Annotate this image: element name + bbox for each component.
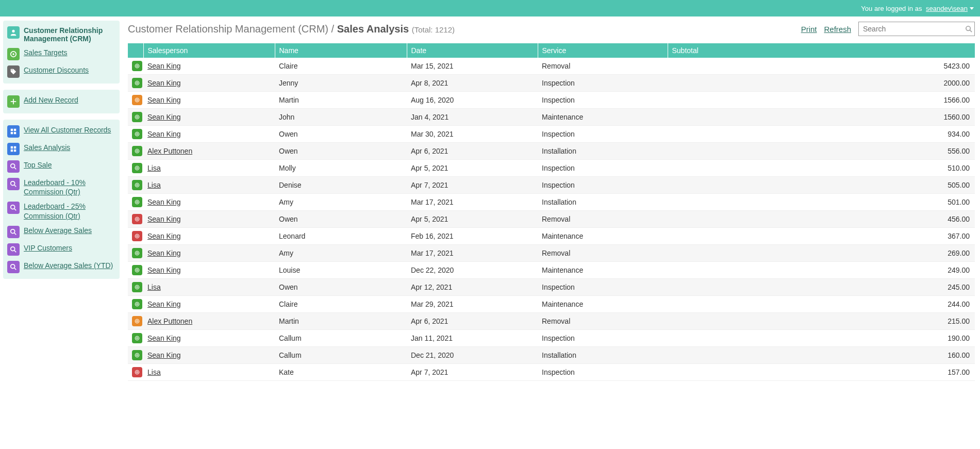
table-row[interactable]: Sean KingLeonardFeb 16, 2021Maintenance3…: [128, 228, 975, 245]
salesperson-link[interactable]: Sean King: [147, 62, 181, 70]
sidebar-item[interactable]: Add New Record: [5, 93, 118, 110]
salesperson-link[interactable]: Sean King: [147, 79, 181, 87]
chevron-down-icon[interactable]: [970, 7, 974, 10]
sidebar-item-label: Sales Targets: [24, 48, 68, 57]
sidebar-item[interactable]: Below Average Sales: [5, 223, 118, 241]
service-cell: Removal: [538, 211, 668, 228]
salesperson-link[interactable]: Sean King: [147, 249, 181, 257]
status-icon: [132, 282, 142, 292]
table-row[interactable]: LisaMollyApr 5, 2021Inspection510.00: [128, 160, 975, 177]
salesperson-link[interactable]: Sean King: [147, 96, 181, 104]
sidebar-item[interactable]: View All Customer Records: [5, 123, 118, 140]
table-row[interactable]: Sean KingClaireMar 15, 2021Removal5423.0…: [128, 58, 975, 75]
table-row[interactable]: Sean KingCallumDec 21, 2020Installation1…: [128, 347, 975, 364]
table-row[interactable]: Sean KingCallumJan 11, 2021Inspection190…: [128, 330, 975, 347]
col-salesperson[interactable]: Salesperson: [143, 43, 275, 58]
salesperson-link[interactable]: Sean King: [147, 215, 181, 223]
sidebar-item[interactable]: Leaderboard - 10% Commission (Qtr): [5, 175, 118, 199]
service-cell: Inspection: [538, 330, 668, 347]
date-cell: Apr 12, 2021: [407, 279, 538, 296]
salesperson-cell: Sean King: [143, 262, 275, 279]
salesperson-link[interactable]: Sean King: [147, 266, 181, 274]
service-cell: Installation: [538, 143, 668, 160]
col-status[interactable]: [128, 43, 143, 58]
sidebar-item[interactable]: Sales Analysis: [5, 140, 118, 158]
status-icon: [132, 78, 142, 88]
sidebar-item-label: Customer Discounts: [24, 65, 89, 75]
sidebar-section-main: Customer Relationship Management (CRM) S…: [3, 21, 120, 84]
salesperson-link[interactable]: Sean King: [147, 351, 181, 359]
table-row[interactable]: Sean KingMartinAug 16, 2020Inspection156…: [128, 92, 975, 109]
salesperson-link[interactable]: Alex Puttonen: [147, 147, 192, 155]
table-row[interactable]: Sean KingAmyMar 17, 2021Installation501.…: [128, 194, 975, 211]
salesperson-link[interactable]: Sean King: [147, 232, 181, 240]
salesperson-link[interactable]: Lisa: [147, 164, 161, 172]
sidebar-item[interactable]: Leaderboard - 25% Commission (Qtr): [5, 199, 118, 223]
sidebar-item[interactable]: VIP Customers: [5, 241, 118, 258]
col-subtotal[interactable]: Subtotal: [668, 43, 975, 58]
search-box[interactable]: [858, 22, 975, 36]
user-menu-link[interactable]: seandev\sean: [926, 5, 968, 12]
date-cell: Apr 6, 2021: [407, 313, 538, 330]
name-cell: Leonard: [275, 228, 407, 245]
table-row[interactable]: LisaKateApr 7, 2021Inspection157.00: [128, 364, 975, 381]
table-row[interactable]: Sean KingAmyMar 17, 2021Removal269.00: [128, 245, 975, 262]
salesperson-link[interactable]: Alex Puttonen: [147, 317, 192, 325]
salesperson-cell: Sean King: [143, 194, 275, 211]
breadcrumb-root[interactable]: Customer Relationship Management (CRM): [128, 23, 328, 35]
salesperson-link[interactable]: Sean King: [147, 300, 181, 308]
salesperson-link[interactable]: Lisa: [147, 181, 161, 189]
service-cell: Maintenance: [538, 262, 668, 279]
name-cell: Owen: [275, 211, 407, 228]
users-icon: [7, 26, 20, 39]
sidebar-item[interactable]: Sales Targets: [5, 45, 118, 63]
table-row[interactable]: Alex PuttonenOwenApr 6, 2021Installation…: [128, 143, 975, 160]
salesperson-link[interactable]: Lisa: [147, 283, 161, 291]
search-icon[interactable]: [963, 25, 974, 33]
subtotal-cell: 5423.00: [668, 58, 975, 75]
status-icon: [132, 231, 142, 241]
table-row[interactable]: Sean KingJennyApr 8, 2021Inspection2000.…: [128, 75, 975, 92]
date-cell: Apr 7, 2021: [407, 364, 538, 381]
subtotal-cell: 245.00: [668, 279, 975, 296]
table-row[interactable]: Sean KingOwenMar 30, 2021Inspection934.0…: [128, 126, 975, 143]
status-cell: [128, 296, 143, 313]
table-row[interactable]: Alex PuttonenMartinApr 6, 2021Removal215…: [128, 313, 975, 330]
search-input[interactable]: [859, 25, 963, 33]
table-row[interactable]: LisaOwenApr 12, 2021Inspection245.00: [128, 279, 975, 296]
status-icon: [132, 248, 142, 258]
table-row[interactable]: Sean KingJohnJan 4, 2021Maintenance1560.…: [128, 109, 975, 126]
name-cell: Owen: [275, 279, 407, 296]
salesperson-link[interactable]: Sean King: [147, 198, 181, 206]
print-link[interactable]: Print: [801, 25, 817, 34]
status-icon: [132, 112, 142, 122]
sidebar-item-label: Sales Analysis: [24, 143, 70, 152]
col-date[interactable]: Date: [407, 43, 538, 58]
sidebar-item[interactable]: Top Sale: [5, 158, 118, 175]
status-icon: [132, 214, 142, 224]
sidebar-item-label: VIP Customers: [24, 243, 72, 253]
status-icon: [132, 163, 142, 173]
status-icon: [132, 316, 142, 326]
target-icon: [7, 48, 20, 60]
date-cell: Apr 7, 2021: [407, 177, 538, 194]
table-row[interactable]: Sean KingLouiseDec 22, 2020Maintenance24…: [128, 262, 975, 279]
sidebar-item[interactable]: Customer Discounts: [5, 63, 118, 80]
status-icon: [132, 367, 142, 377]
col-name[interactable]: Name: [275, 43, 407, 58]
service-cell: Installation: [538, 347, 668, 364]
sidebar-item[interactable]: Below Average Sales (YTD): [5, 258, 118, 276]
status-cell: [128, 228, 143, 245]
salesperson-link[interactable]: Sean King: [147, 130, 181, 138]
table-header: Salesperson Name Date Service Subtotal: [128, 43, 975, 58]
refresh-link[interactable]: Refresh: [824, 25, 851, 34]
col-service[interactable]: Service: [538, 43, 668, 58]
salesperson-link[interactable]: Lisa: [147, 368, 161, 376]
salesperson-link[interactable]: Sean King: [147, 113, 181, 121]
salesperson-link[interactable]: Sean King: [147, 334, 181, 342]
table-row[interactable]: LisaDeniseApr 7, 2021Inspection505.00: [128, 177, 975, 194]
page-header: Customer Relationship Management (CRM) /…: [128, 22, 975, 36]
table-row[interactable]: Sean KingClaireMar 29, 2021Maintenance24…: [128, 296, 975, 313]
table-row[interactable]: Sean KingOwenApr 5, 2021Removal456.00: [128, 211, 975, 228]
search-icon: [7, 160, 20, 173]
